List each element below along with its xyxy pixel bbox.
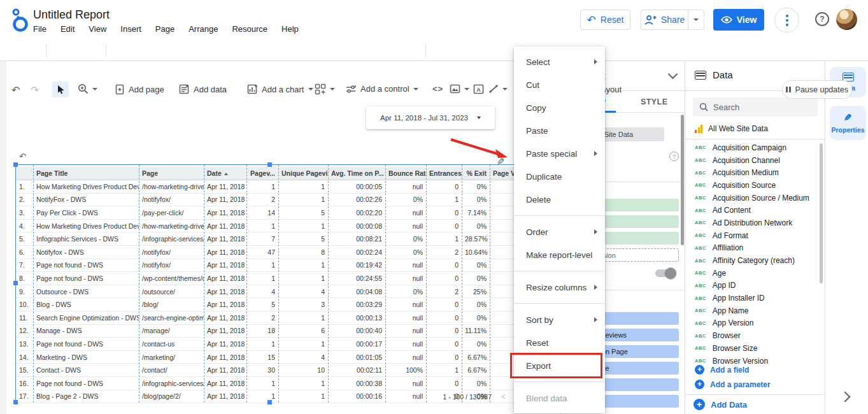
column-guide[interactable] — [33, 165, 34, 403]
column-header-pagev[interactable]: Pagev... — [246, 169, 278, 177]
selection-handle[interactable] — [267, 400, 272, 404]
table-row[interactable]: 8.Page not found - DWS/wp-content/themes… — [16, 272, 523, 285]
add-control-button[interactable]: Add a control — [346, 84, 418, 94]
field-item-age[interactable]: ABCAge — [685, 267, 825, 280]
zoom-tool-button[interactable] — [78, 83, 97, 94]
column-guide[interactable] — [328, 165, 329, 403]
field-item-acquisition-medium[interactable]: ABCAcquisition Medium — [685, 166, 825, 179]
pagination-prev-icon[interactable]: < — [501, 392, 506, 401]
context-menu-item-copy[interactable]: Copy — [514, 96, 605, 119]
column-guide[interactable] — [246, 165, 247, 403]
selection-handle[interactable] — [13, 400, 18, 404]
add-a-field-button[interactable]: + Add a field — [695, 365, 749, 375]
context-menu-item-delete[interactable]: Delete — [514, 188, 605, 211]
field-item-ad-content[interactable]: ABCAd Content — [685, 204, 825, 217]
table-row[interactable]: 2.NotifyFox - DWS/notifyfox/Apr 11, 2018… — [16, 194, 523, 207]
menu-file[interactable]: File — [33, 24, 46, 34]
context-menu-item-export[interactable]: Export — [514, 354, 605, 377]
menu-help[interactable]: Help — [281, 24, 299, 34]
data-source-help-icon[interactable]: ? — [669, 152, 679, 161]
table-row[interactable]: 3.Pay Per Click - DWS/pay-per-click/Apr … — [16, 206, 523, 220]
context-menu-item-sort-by[interactable]: Sort by — [514, 308, 605, 331]
context-menu-item-paste-special[interactable]: Paste special — [514, 142, 605, 165]
date-range-control[interactable]: Apr 11, 2018 - Jul 31, 2023 — [366, 106, 495, 129]
collapse-panel-chevron[interactable] — [840, 392, 851, 403]
field-item-acquisition-source[interactable]: ABCAcquisition Source — [685, 179, 825, 192]
column-header-page-title[interactable]: Page Title — [33, 169, 139, 177]
context-menu-item-paste[interactable]: Paste — [514, 119, 605, 142]
column-guide[interactable] — [278, 165, 279, 403]
field-item-acquisition-channel[interactable]: ABCAcquisition Channel — [685, 154, 825, 167]
field-item-ad-format[interactable]: ABCAd Format — [685, 229, 825, 242]
embed-url-button[interactable]: <> — [432, 84, 443, 94]
column-header-unique-pagevi[interactable]: Unique Pagevi... — [278, 169, 328, 177]
column-guide[interactable] — [462, 165, 462, 403]
add-data-button-bottom[interactable]: + Add Data — [694, 399, 747, 410]
insert-line-button[interactable] — [488, 84, 508, 94]
field-item-app-version[interactable]: ABCApp Version — [685, 317, 825, 330]
context-menu-item-order[interactable]: Order — [514, 220, 605, 243]
tab-style[interactable]: STYLE — [623, 91, 686, 112]
pause-updates-button[interactable]: Pause updates — [782, 80, 852, 99]
column-guide[interactable] — [139, 165, 139, 403]
column-header-entrances[interactable]: Entrances — [426, 169, 462, 177]
share-dropdown-button[interactable] — [688, 10, 704, 30]
table-row[interactable]: 12.Manage - DWS/manage/Apr 11, 201818600… — [16, 325, 523, 338]
add-a-parameter-button[interactable]: + Add a parameter — [695, 380, 771, 389]
field-item-app-name[interactable]: ABCApp Name — [685, 304, 825, 317]
field-item-app-installer-id[interactable]: ABCApp Installer ID — [685, 292, 825, 304]
select-tool-button[interactable] — [52, 82, 69, 97]
table-row[interactable]: 9.Outsource - DWS/outsource/Apr 11, 2018… — [16, 285, 523, 299]
redo-button[interactable]: ↷ — [31, 84, 39, 96]
context-menu-item-reset[interactable]: Reset — [514, 331, 605, 354]
column-header-bounce-rate[interactable]: Bounce Rate — [385, 169, 426, 177]
table-row[interactable]: 15.Contact - DWS/contact/Apr 11, 2018301… — [16, 364, 523, 377]
add-data-button[interactable]: Add data — [179, 84, 227, 94]
field-item-affiliation[interactable]: ABCAffiliation — [685, 242, 825, 255]
table-row[interactable]: 13.Page not found - DWS/contact-usApr 11… — [16, 338, 523, 351]
context-menu-item-select[interactable]: Select — [514, 50, 605, 73]
report-title[interactable]: Untitled Report — [33, 8, 110, 22]
table-row[interactable]: 4.How Marketing Drives Product Developme… — [16, 220, 523, 233]
table-row[interactable]: 14.Marketing - DWS/marketing/Apr 11, 201… — [16, 351, 523, 364]
table-hover-undo-icon[interactable]: ↶ — [19, 152, 26, 161]
help-button[interactable]: ? — [815, 12, 829, 26]
field-item-acquisition-source-medium[interactable]: ABCAcquisition Source / Medium — [685, 192, 825, 204]
column-header-date[interactable]: Date — [204, 169, 246, 177]
menu-insert[interactable]: Insert — [120, 24, 141, 34]
menu-edit[interactable]: Edit — [60, 24, 75, 34]
context-menu-item-cut[interactable]: Cut — [514, 73, 605, 96]
reset-button[interactable]: ↶ Reset — [580, 10, 630, 30]
more-options-button[interactable] — [774, 8, 799, 32]
view-button[interactable]: View — [713, 9, 764, 31]
undo-button[interactable]: ↶ — [11, 84, 20, 96]
field-item-ad-distribution-network[interactable]: ABCAd Distribution Network — [685, 217, 825, 229]
table-row[interactable]: 10.Blog - DWS/blog/Apr 11, 20185300:03:2… — [16, 298, 523, 311]
rail-properties-button[interactable]: ✎ Properties — [830, 106, 866, 140]
selection-handle[interactable] — [13, 281, 18, 285]
column-guide[interactable] — [490, 165, 490, 403]
table-row[interactable]: 1.How Marketing Drives Product Developme… — [16, 180, 523, 194]
column-guide[interactable] — [385, 165, 386, 403]
data-table[interactable]: Page TitlePageDatePagev...Unique Pagevi.… — [15, 164, 524, 403]
column-guide[interactable] — [426, 165, 427, 403]
panel-scrollbar[interactable] — [681, 115, 684, 245]
add-page-button[interactable]: Add page — [115, 84, 164, 95]
menu-view[interactable]: View — [89, 24, 106, 34]
column-header-exit[interactable]: % Exit — [462, 169, 490, 177]
table-row[interactable]: 7.Page not found - DWS/notifyfox/Apr 11,… — [16, 259, 523, 273]
context-menu-item-duplicate[interactable]: Duplicate — [514, 165, 605, 188]
table-row[interactable]: 6.Notifyfox - DWS/notifyfox/Apr 11, 2018… — [16, 246, 523, 259]
column-header-page[interactable]: Page — [139, 169, 204, 177]
selection-handle[interactable] — [267, 162, 272, 167]
field-list-scrollbar[interactable] — [820, 143, 823, 283]
selection-handle[interactable] — [13, 162, 18, 167]
menu-page[interactable]: Page — [155, 24, 174, 34]
add-chart-button[interactable]: Add a chart — [247, 84, 313, 94]
field-item-app-id[interactable]: ABCApp ID — [685, 280, 825, 292]
menu-resource[interactable]: Resource — [232, 24, 267, 34]
context-menu-item-make-report-level[interactable]: Make report-level — [514, 243, 605, 266]
community-visualizations-button[interactable] — [315, 83, 335, 95]
table-row[interactable]: 11.Search Engine Optimization - DWS/sear… — [16, 311, 523, 325]
share-button[interactable]: Share — [641, 10, 688, 30]
